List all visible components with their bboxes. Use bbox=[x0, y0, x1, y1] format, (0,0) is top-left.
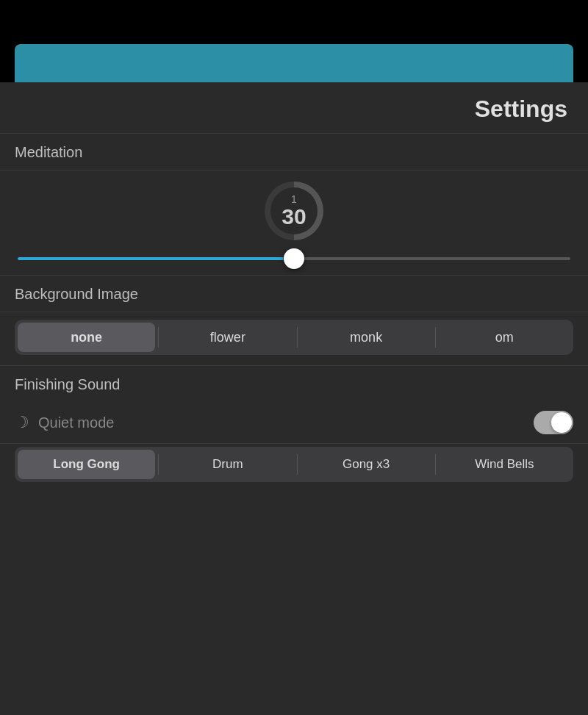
background-image-control: none flower monk om bbox=[15, 320, 573, 355]
quiet-mode-row: ☽ Quiet mode bbox=[0, 402, 588, 443]
timer-big-number: 30 bbox=[282, 204, 306, 229]
sound-control: Long Gong Drum Gong x3 Wind Bells bbox=[15, 447, 573, 482]
moon-icon: ☽ bbox=[15, 413, 29, 432]
quiet-mode-label: Quiet mode bbox=[38, 414, 534, 431]
bg-option-none[interactable]: none bbox=[18, 323, 155, 352]
toggle-knob bbox=[551, 412, 572, 433]
settings-panel: Settings Meditation 1 30 Background Imag… bbox=[0, 82, 588, 715]
sound-option-drum[interactable]: Drum bbox=[159, 447, 296, 482]
bg-option-om[interactable]: om bbox=[436, 320, 573, 355]
finishing-sound-section-label: Finishing Sound bbox=[0, 366, 588, 402]
quiet-mode-toggle[interactable] bbox=[534, 411, 573, 434]
sound-option-wind-bells[interactable]: Wind Bells bbox=[436, 447, 573, 482]
background-image-section-label: Background Image bbox=[0, 276, 588, 312]
sound-option-gong-x3[interactable]: Gong x3 bbox=[298, 447, 435, 482]
divider-6 bbox=[0, 443, 588, 444]
bg-option-flower[interactable]: flower bbox=[159, 320, 296, 355]
timer-small-number: 1 bbox=[282, 194, 306, 204]
divider-4 bbox=[0, 312, 588, 312]
bg-option-monk[interactable]: monk bbox=[298, 320, 435, 355]
meditation-section-label: Meditation bbox=[0, 134, 588, 170]
settings-title: Settings bbox=[0, 82, 588, 133]
timer-display: 1 30 bbox=[282, 194, 306, 228]
sound-option-long-gong[interactable]: Long Gong bbox=[18, 450, 155, 479]
slider-section: 1 30 bbox=[0, 170, 588, 275]
meditation-slider[interactable] bbox=[18, 257, 570, 260]
timer-dial: 1 30 bbox=[261, 178, 327, 244]
top-bar bbox=[15, 44, 573, 82]
